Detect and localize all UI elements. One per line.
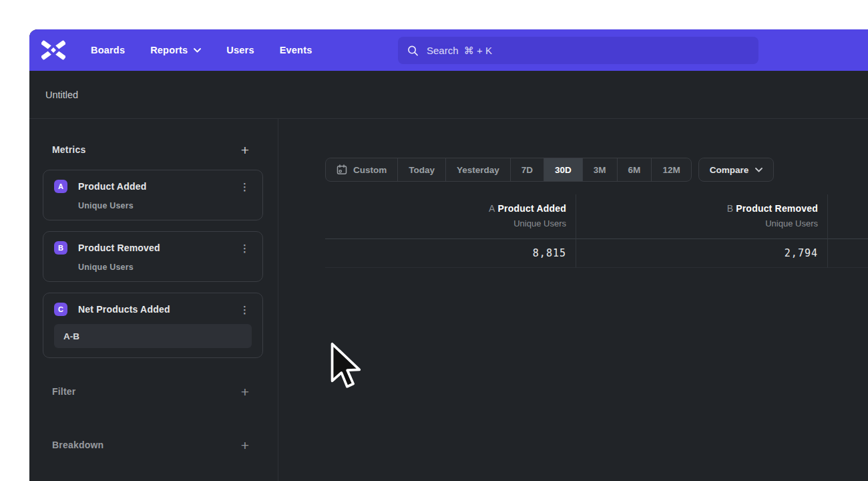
- metric-letter-badge: A: [54, 180, 67, 193]
- add-metric-button[interactable]: +: [238, 143, 252, 157]
- column-name: Product Added: [498, 203, 566, 214]
- metric-letter-badge: C: [54, 303, 67, 316]
- nav-item-label: Events: [280, 45, 312, 55]
- mixpanel-logo-icon[interactable]: [41, 39, 65, 61]
- add-breakdown-button[interactable]: +: [238, 438, 252, 452]
- metric-measurement[interactable]: Unique Users: [78, 263, 252, 272]
- value-cell-b[interactable]: 2,794: [576, 239, 828, 268]
- tab-today[interactable]: Today: [397, 158, 445, 181]
- breakdown-section-label: Breakdown: [52, 440, 103, 450]
- date-toolbar: Custom Today Yesterday 7D 30D 3M 6M 12M …: [325, 158, 868, 182]
- nav-item-users[interactable]: Users: [226, 45, 254, 55]
- column-subtitle: Unique Users: [576, 218, 818, 228]
- calendar-icon: [337, 164, 347, 175]
- tab-custom[interactable]: Custom: [326, 158, 397, 181]
- value-cell-a[interactable]: 8,815: [325, 239, 576, 268]
- tab-yesterday[interactable]: Yesterday: [445, 158, 510, 181]
- add-filter-button[interactable]: +: [238, 385, 252, 399]
- metric-letter-badge: B: [54, 241, 67, 255]
- search-icon: [407, 45, 419, 57]
- results-table: AProduct Added Unique Users BProduct Rem…: [325, 194, 868, 268]
- tab-3m[interactable]: 3M: [582, 158, 617, 181]
- column-header-a[interactable]: AProduct Added Unique Users: [325, 194, 576, 239]
- metric-kebab-menu-icon[interactable]: ⋮: [238, 182, 252, 192]
- compare-label: Compare: [710, 165, 749, 175]
- tab-label: 7D: [521, 165, 533, 175]
- metrics-section-header: Metrics +: [29, 140, 278, 159]
- tab-label: 3M: [594, 165, 606, 175]
- tab-label: Custom: [353, 165, 387, 175]
- search-input[interactable]: [427, 45, 749, 56]
- metric-card-a[interactable]: A Product Added ⋮ Unique Users: [43, 170, 263, 220]
- metric-name: Product Removed: [78, 243, 160, 253]
- column-name: Product Removed: [736, 203, 818, 214]
- formula-input[interactable]: A-B: [54, 324, 252, 348]
- nav-item-label: Users: [226, 45, 254, 55]
- column-letter: B: [727, 203, 734, 214]
- metric-kebab-menu-icon[interactable]: ⋮: [238, 243, 252, 253]
- app-window: Boards Reports Users Events Untitled: [29, 29, 868, 481]
- metric-measurement[interactable]: Unique Users: [78, 201, 252, 210]
- breakdown-section-header: Breakdown +: [29, 436, 278, 454]
- column-header-b[interactable]: BProduct Removed Unique Users: [576, 194, 828, 239]
- filter-section-label: Filter: [52, 386, 75, 397]
- column-letter: A: [489, 203, 495, 214]
- report-main: Custom Today Yesterday 7D 30D 3M 6M 12M …: [278, 119, 868, 481]
- nav-items: Boards Reports Users Events: [91, 45, 312, 55]
- metric-kebab-menu-icon[interactable]: ⋮: [238, 305, 252, 315]
- chevron-down-icon: [194, 48, 201, 53]
- metrics-sidebar: Metrics + A Product Added ⋮ Unique Users…: [29, 119, 278, 481]
- filter-section-header: Filter +: [29, 382, 278, 401]
- metrics-section-label: Metrics: [52, 144, 85, 155]
- doc-title[interactable]: Untitled: [45, 90, 78, 100]
- metric-name: Product Added: [78, 181, 146, 192]
- tab-label: 6M: [628, 165, 641, 175]
- metric-card-b[interactable]: B Product Removed ⋮ Unique Users: [43, 231, 263, 282]
- date-range-segmented-control: Custom Today Yesterday 7D 30D 3M 6M 12M: [325, 158, 692, 182]
- metric-name: Net Products Added: [78, 304, 170, 315]
- top-navbar: Boards Reports Users Events: [29, 29, 868, 71]
- nav-item-label: Reports: [150, 45, 188, 55]
- compare-button[interactable]: Compare: [698, 158, 775, 182]
- tab-label: 30D: [555, 165, 572, 175]
- tab-6m[interactable]: 6M: [617, 158, 652, 181]
- tab-7d[interactable]: 7D: [510, 158, 544, 181]
- nav-item-events[interactable]: Events: [280, 45, 312, 55]
- value-cell-empty: [828, 239, 868, 268]
- column-header-empty: [828, 194, 868, 239]
- doc-header: Untitled: [29, 71, 868, 119]
- tab-30d-selected[interactable]: 30D: [544, 158, 582, 181]
- search-bar[interactable]: [398, 37, 758, 64]
- column-subtitle: Unique Users: [325, 218, 566, 228]
- nav-item-boards[interactable]: Boards: [91, 45, 125, 55]
- metric-card-c[interactable]: C Net Products Added ⋮ A-B: [43, 293, 263, 358]
- tab-label: Yesterday: [457, 165, 499, 175]
- tab-label: 12M: [662, 165, 680, 175]
- nav-item-label: Boards: [91, 45, 125, 55]
- chevron-down-icon: [755, 168, 763, 172]
- tab-12m[interactable]: 12M: [651, 158, 690, 181]
- tab-label: Today: [409, 165, 435, 175]
- nav-item-reports[interactable]: Reports: [150, 45, 201, 55]
